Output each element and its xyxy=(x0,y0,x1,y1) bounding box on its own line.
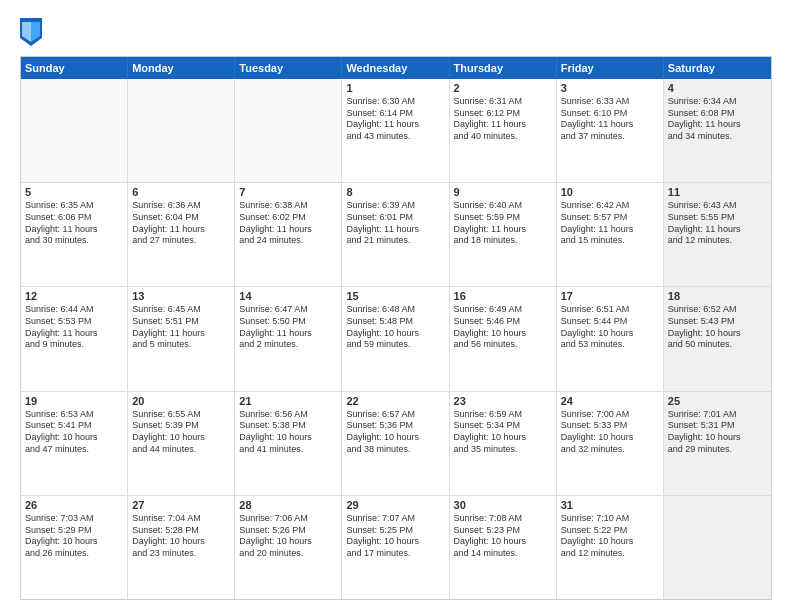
calendar-cell-2-5: 17Sunrise: 6:51 AMSunset: 5:44 PMDayligh… xyxy=(557,287,664,390)
day-number: 31 xyxy=(561,499,659,511)
day-number: 9 xyxy=(454,186,552,198)
calendar-cell-0-4: 2Sunrise: 6:31 AMSunset: 6:12 PMDaylight… xyxy=(450,79,557,182)
cell-text-line: Sunrise: 6:48 AM xyxy=(346,304,444,316)
cell-text-line: and 2 minutes. xyxy=(239,339,337,351)
calendar-cell-3-1: 20Sunrise: 6:55 AMSunset: 5:39 PMDayligh… xyxy=(128,392,235,495)
cell-text-line: Daylight: 10 hours xyxy=(25,536,123,548)
calendar-cell-1-0: 5Sunrise: 6:35 AMSunset: 6:06 PMDaylight… xyxy=(21,183,128,286)
calendar-cell-4-5: 31Sunrise: 7:10 AMSunset: 5:22 PMDayligh… xyxy=(557,496,664,599)
calendar-cell-0-6: 4Sunrise: 6:34 AMSunset: 6:08 PMDaylight… xyxy=(664,79,771,182)
cell-text-line: Daylight: 11 hours xyxy=(239,224,337,236)
calendar-cell-4-4: 30Sunrise: 7:08 AMSunset: 5:23 PMDayligh… xyxy=(450,496,557,599)
cell-text-line: Sunset: 5:31 PM xyxy=(668,420,767,432)
cell-text-line: Sunset: 6:10 PM xyxy=(561,108,659,120)
calendar-cell-2-1: 13Sunrise: 6:45 AMSunset: 5:51 PMDayligh… xyxy=(128,287,235,390)
cell-text-line: Daylight: 10 hours xyxy=(239,536,337,548)
cell-text-line: Sunset: 5:29 PM xyxy=(25,525,123,537)
day-number: 1 xyxy=(346,82,444,94)
cell-text-line: Sunset: 6:04 PM xyxy=(132,212,230,224)
calendar-cell-1-1: 6Sunrise: 6:36 AMSunset: 6:04 PMDaylight… xyxy=(128,183,235,286)
calendar: SundayMondayTuesdayWednesdayThursdayFrid… xyxy=(20,56,772,600)
calendar-cell-1-6: 11Sunrise: 6:43 AMSunset: 5:55 PMDayligh… xyxy=(664,183,771,286)
cell-text-line: Daylight: 10 hours xyxy=(454,328,552,340)
header xyxy=(20,18,772,46)
day-header-saturday: Saturday xyxy=(664,57,771,79)
cell-text-line: Sunset: 5:34 PM xyxy=(454,420,552,432)
cell-text-line: and 27 minutes. xyxy=(132,235,230,247)
day-number: 8 xyxy=(346,186,444,198)
cell-text-line: Sunrise: 6:45 AM xyxy=(132,304,230,316)
cell-text-line: Sunset: 5:41 PM xyxy=(25,420,123,432)
cell-text-line: Sunrise: 6:30 AM xyxy=(346,96,444,108)
cell-text-line: Daylight: 10 hours xyxy=(239,432,337,444)
cell-text-line: Sunset: 5:23 PM xyxy=(454,525,552,537)
cell-text-line: Daylight: 11 hours xyxy=(454,119,552,131)
cell-text-line: Daylight: 11 hours xyxy=(454,224,552,236)
day-number: 7 xyxy=(239,186,337,198)
calendar-cell-3-6: 25Sunrise: 7:01 AMSunset: 5:31 PMDayligh… xyxy=(664,392,771,495)
cell-text-line: Sunrise: 6:57 AM xyxy=(346,409,444,421)
calendar-cell-3-3: 22Sunrise: 6:57 AMSunset: 5:36 PMDayligh… xyxy=(342,392,449,495)
cell-text-line: Sunrise: 6:42 AM xyxy=(561,200,659,212)
cell-text-line: and 40 minutes. xyxy=(454,131,552,143)
cell-text-line: Sunset: 5:25 PM xyxy=(346,525,444,537)
cell-text-line: Daylight: 10 hours xyxy=(561,432,659,444)
cell-text-line: Sunset: 6:06 PM xyxy=(25,212,123,224)
cell-text-line: Sunrise: 7:01 AM xyxy=(668,409,767,421)
day-number: 21 xyxy=(239,395,337,407)
cell-text-line: and 41 minutes. xyxy=(239,444,337,456)
calendar-cell-3-5: 24Sunrise: 7:00 AMSunset: 5:33 PMDayligh… xyxy=(557,392,664,495)
cell-text-line: Daylight: 10 hours xyxy=(346,328,444,340)
calendar-row-3: 19Sunrise: 6:53 AMSunset: 5:41 PMDayligh… xyxy=(21,391,771,495)
calendar-header: SundayMondayTuesdayWednesdayThursdayFrid… xyxy=(21,57,771,79)
logo xyxy=(20,18,46,46)
cell-text-line: and 9 minutes. xyxy=(25,339,123,351)
cell-text-line: Sunrise: 6:35 AM xyxy=(25,200,123,212)
day-number: 28 xyxy=(239,499,337,511)
cell-text-line: Sunrise: 7:07 AM xyxy=(346,513,444,525)
day-number: 15 xyxy=(346,290,444,302)
calendar-cell-4-3: 29Sunrise: 7:07 AMSunset: 5:25 PMDayligh… xyxy=(342,496,449,599)
day-number: 24 xyxy=(561,395,659,407)
calendar-cell-1-3: 8Sunrise: 6:39 AMSunset: 6:01 PMDaylight… xyxy=(342,183,449,286)
cell-text-line: and 43 minutes. xyxy=(346,131,444,143)
cell-text-line: and 50 minutes. xyxy=(668,339,767,351)
day-number: 29 xyxy=(346,499,444,511)
cell-text-line: Daylight: 10 hours xyxy=(454,432,552,444)
day-number: 23 xyxy=(454,395,552,407)
cell-text-line: Sunrise: 7:00 AM xyxy=(561,409,659,421)
cell-text-line: Daylight: 11 hours xyxy=(25,328,123,340)
cell-text-line: Daylight: 10 hours xyxy=(668,432,767,444)
calendar-cell-0-0 xyxy=(21,79,128,182)
cell-text-line: Daylight: 11 hours xyxy=(668,119,767,131)
day-number: 11 xyxy=(668,186,767,198)
calendar-cell-0-3: 1Sunrise: 6:30 AMSunset: 6:14 PMDaylight… xyxy=(342,79,449,182)
cell-text-line: Daylight: 11 hours xyxy=(239,328,337,340)
cell-text-line: Sunset: 5:33 PM xyxy=(561,420,659,432)
cell-text-line: and 47 minutes. xyxy=(25,444,123,456)
logo-icon xyxy=(20,18,42,46)
cell-text-line: and 14 minutes. xyxy=(454,548,552,560)
cell-text-line: Sunrise: 6:36 AM xyxy=(132,200,230,212)
cell-text-line: Daylight: 11 hours xyxy=(25,224,123,236)
cell-text-line: and 23 minutes. xyxy=(132,548,230,560)
page: SundayMondayTuesdayWednesdayThursdayFrid… xyxy=(0,0,792,612)
cell-text-line: Daylight: 10 hours xyxy=(668,328,767,340)
calendar-row-1: 5Sunrise: 6:35 AMSunset: 6:06 PMDaylight… xyxy=(21,182,771,286)
cell-text-line: and 17 minutes. xyxy=(346,548,444,560)
calendar-cell-0-2 xyxy=(235,79,342,182)
calendar-cell-2-4: 16Sunrise: 6:49 AMSunset: 5:46 PMDayligh… xyxy=(450,287,557,390)
day-number: 12 xyxy=(25,290,123,302)
cell-text-line: Sunrise: 6:39 AM xyxy=(346,200,444,212)
calendar-cell-1-5: 10Sunrise: 6:42 AMSunset: 5:57 PMDayligh… xyxy=(557,183,664,286)
cell-text-line: Sunrise: 6:52 AM xyxy=(668,304,767,316)
calendar-cell-3-0: 19Sunrise: 6:53 AMSunset: 5:41 PMDayligh… xyxy=(21,392,128,495)
cell-text-line: Sunrise: 7:10 AM xyxy=(561,513,659,525)
cell-text-line: and 53 minutes. xyxy=(561,339,659,351)
day-number: 25 xyxy=(668,395,767,407)
cell-text-line: Sunrise: 6:49 AM xyxy=(454,304,552,316)
day-header-monday: Monday xyxy=(128,57,235,79)
day-header-wednesday: Wednesday xyxy=(342,57,449,79)
calendar-cell-0-1 xyxy=(128,79,235,182)
cell-text-line: Sunrise: 6:51 AM xyxy=(561,304,659,316)
